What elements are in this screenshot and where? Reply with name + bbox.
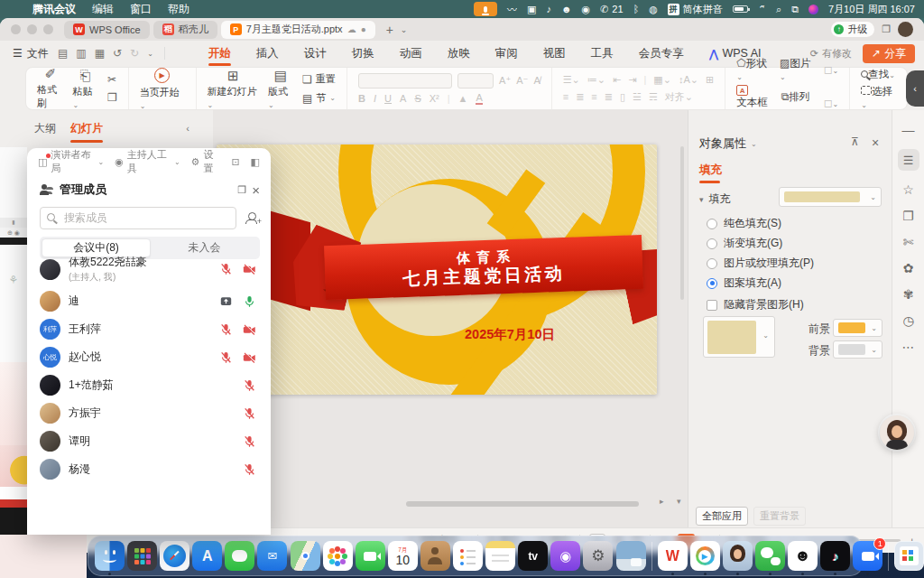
menubar-clock[interactable]: 7月10日 周四 16:07 bbox=[828, 3, 915, 16]
underline-icon[interactable]: U bbox=[384, 93, 392, 104]
history-rail-icon[interactable]: ◷ bbox=[902, 313, 913, 328]
new-slide-button[interactable]: ⊞ 新建幻灯片 ⌄ bbox=[208, 69, 259, 109]
dock-safari[interactable] bbox=[160, 541, 189, 571]
tab-docer[interactable]: 稻 稻壳儿 bbox=[153, 21, 217, 39]
tab-wps-office[interactable]: W WPS Office bbox=[64, 21, 150, 39]
speaker-layout-button[interactable]: ◫ 演讲者布局⌄ bbox=[38, 148, 104, 175]
tab-transition[interactable]: 切换 bbox=[339, 41, 387, 66]
mic-on-icon[interactable] bbox=[243, 295, 256, 308]
dock-wallpaper-app[interactable] bbox=[616, 541, 646, 571]
pin-icon[interactable]: ⊼ bbox=[851, 135, 859, 148]
dock-contacts[interactable] bbox=[420, 541, 450, 571]
design-rail-icon[interactable]: ✿ bbox=[903, 261, 914, 275]
tab-outline[interactable]: 大纲 bbox=[34, 121, 56, 136]
properties-title[interactable]: 对象属性⌄ bbox=[699, 135, 757, 152]
dock-notes[interactable] bbox=[485, 541, 515, 571]
disabled-merge-button[interactable]: ◻⌄ bbox=[824, 97, 839, 109]
vertical-scrollbar[interactable] bbox=[680, 146, 684, 300]
columns-icon[interactable]: ▦⌄ bbox=[653, 74, 671, 86]
horizontal-scrollbar[interactable] bbox=[406, 501, 639, 507]
pattern-fill-option[interactable]: 图案填充(A) bbox=[707, 275, 781, 291]
fill-color-dropdown[interactable]: ⌄ bbox=[779, 187, 882, 207]
member-row[interactable]: 方振宇 bbox=[27, 399, 271, 427]
tab-view[interactable]: 视图 bbox=[531, 41, 578, 66]
dock-maps[interactable] bbox=[291, 541, 320, 571]
dock-tencent-video[interactable]: ▶ bbox=[690, 541, 720, 571]
pane-collapse-chevron[interactable]: ‹ bbox=[186, 123, 189, 134]
wallpaper-orb-icon[interactable] bbox=[808, 5, 818, 14]
ribbon-collapse-handle[interactable]: ‹ bbox=[906, 70, 924, 107]
undo-icon[interactable]: ↺ bbox=[113, 47, 122, 60]
foreground-color-dropdown[interactable]: ⌄ bbox=[833, 319, 882, 337]
quick-access-chevron[interactable]: ⌄ bbox=[147, 50, 153, 58]
layers-rail-icon[interactable]: ❐ bbox=[902, 209, 914, 223]
dock-system-settings[interactable]: ⚙ bbox=[583, 541, 613, 571]
wechat-status-icon[interactable]: ✆21 bbox=[600, 4, 623, 15]
dock-reminders[interactable] bbox=[453, 541, 483, 571]
tab-tools[interactable]: 工具 bbox=[578, 41, 626, 66]
fill-section-header[interactable]: ▾ 填充 bbox=[699, 191, 731, 207]
member-row[interactable]: 体教5222尧喆豪 (主持人, 我) bbox=[27, 251, 271, 287]
clear-format-icon[interactable]: A̸ bbox=[533, 75, 540, 86]
tab-design[interactable]: 设计 bbox=[291, 41, 339, 66]
mic-muted-icon[interactable] bbox=[243, 435, 256, 448]
member-row[interactable]: 迪 bbox=[27, 287, 271, 315]
indent-icon[interactable]: ⇥ bbox=[628, 74, 636, 86]
dock-tencent-meeting[interactable]: 1 bbox=[853, 541, 882, 571]
dock-launchpad[interactable] bbox=[127, 541, 157, 571]
superscript-icon[interactable]: X² bbox=[430, 93, 439, 104]
minimize-traffic-light[interactable] bbox=[27, 24, 37, 34]
shapes-button[interactable]: ⬠形状⌄ bbox=[736, 57, 769, 81]
side-panel-icon[interactable]: ◧ bbox=[251, 156, 260, 168]
fullscreen-icon[interactable]: ⊡ bbox=[231, 156, 239, 168]
window-layout-icon[interactable]: ❐ bbox=[882, 23, 891, 35]
mic-muted-icon[interactable] bbox=[219, 351, 233, 364]
dock-calendar[interactable]: 7月10 bbox=[388, 541, 418, 571]
collapse-rail-icon[interactable]: — bbox=[902, 123, 915, 137]
input-method-indicator[interactable]: 拼 简体拼音 bbox=[668, 3, 723, 16]
dock-podcasts[interactable]: ◉ bbox=[550, 541, 580, 571]
search-members-input[interactable] bbox=[40, 207, 236, 229]
dock-facetime[interactable] bbox=[356, 541, 385, 571]
bold-icon[interactable]: B bbox=[358, 93, 365, 104]
highlight-icon[interactable]: ▲ bbox=[458, 93, 468, 104]
member-row[interactable]: 杨漫 bbox=[27, 455, 271, 483]
member-row[interactable]: 心悦 赵心悦 bbox=[27, 343, 271, 371]
section-button[interactable]: ▤节⌄ bbox=[302, 91, 336, 105]
tab-insert[interactable]: 插入 bbox=[244, 41, 291, 66]
menu-window[interactable]: 窗口 bbox=[130, 2, 152, 17]
host-tools-button[interactable]: ◉ 主持人工具⌄ bbox=[115, 148, 180, 175]
file-menu-button[interactable]: ☰ 文件 bbox=[0, 46, 58, 61]
effects-rail-icon[interactable]: ☆ bbox=[902, 182, 914, 197]
redo-icon[interactable]: ↻ bbox=[130, 47, 139, 60]
control-center-icon[interactable]: ⧉ bbox=[791, 4, 799, 15]
bullets-icon[interactable]: ☰⌄ bbox=[563, 74, 580, 86]
mic-muted-icon[interactable] bbox=[219, 263, 233, 275]
wps-status-icon[interactable]: ▣ bbox=[527, 4, 536, 15]
member-row[interactable]: 谭明 bbox=[27, 427, 271, 455]
hide-background-option[interactable]: 隐藏背景图形(H) bbox=[707, 297, 804, 312]
dock-douyin[interactable]: ♪ bbox=[820, 541, 850, 571]
zoom-traffic-light[interactable] bbox=[43, 24, 53, 34]
layout-button[interactable]: ▤ 版式 ⌄ bbox=[268, 69, 293, 109]
active-mic-indicator[interactable] bbox=[474, 2, 497, 16]
mic-muted-icon[interactable] bbox=[243, 407, 256, 420]
play-from-page-button[interactable]: ▶ 当页开始 ⌄ bbox=[140, 68, 185, 110]
user-circle-icon[interactable]: ◍ bbox=[649, 4, 658, 15]
justify-icon[interactable]: ≣ bbox=[605, 91, 613, 103]
shadow-icon[interactable]: A bbox=[400, 93, 406, 104]
print-icon[interactable]: ▦ bbox=[95, 47, 105, 60]
distribute-icon[interactable]: ▯ bbox=[620, 91, 625, 103]
doubao-status-icon[interactable]: ◉ bbox=[581, 4, 590, 15]
camera-off-icon[interactable] bbox=[243, 323, 256, 336]
align-right-icon[interactable]: ≡ bbox=[591, 91, 596, 102]
meeting-settings-button[interactable]: ⚙ 设置 bbox=[191, 148, 221, 175]
mic-muted-icon[interactable] bbox=[243, 379, 256, 392]
upgrade-button[interactable]: ↑ 升级 bbox=[831, 22, 874, 37]
font-family-select[interactable] bbox=[358, 73, 452, 89]
dock-app-store[interactable]: A bbox=[192, 541, 222, 571]
dock-qq[interactable]: ☻ bbox=[788, 541, 818, 571]
close-members-icon[interactable]: × bbox=[252, 182, 260, 198]
spotlight-icon[interactable]: ⌕ bbox=[776, 4, 781, 15]
reset-button[interactable]: ❏重置 bbox=[302, 72, 336, 86]
